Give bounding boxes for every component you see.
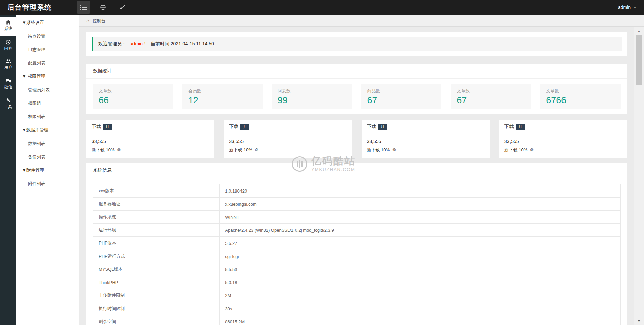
theme-brush-button[interactable]	[116, 1, 129, 14]
top-header: 后台管理系统 admin ▼	[0, 0, 644, 15]
menu-item-site-settings[interactable]: 站点设置	[16, 30, 79, 43]
breadcrumb: ⌂ 控制台	[79, 15, 644, 27]
home-icon	[6, 20, 11, 25]
table-row: 运行环境Apache/2.4.23 (Win32) OpenSSL/1.0.2j…	[93, 224, 621, 237]
statistics-panel: 数据统计 文章数 66 会员数 12 回复数 99 商品数 67	[86, 64, 627, 114]
menu-group-database-management[interactable]: ▼数据库管理	[16, 123, 79, 137]
scrollbar-thumb[interactable]	[636, 35, 642, 85]
menu-item-config-list[interactable]: 配置列表	[16, 56, 79, 70]
menu-item-admin-list[interactable]: 管理员列表	[16, 83, 79, 97]
menu-item-log-management[interactable]: 日志管理	[16, 43, 79, 56]
statistics-title: 数据统计	[86, 64, 627, 79]
new-download-text: 新下载 10%	[367, 147, 390, 152]
rail-item-content[interactable]: 内容	[0, 36, 16, 56]
month-badge: 月	[516, 124, 525, 130]
table-row: 剩余空间86015.2M	[93, 315, 621, 325]
rail-item-wechat[interactable]: 微信	[0, 75, 16, 95]
download-card-row: 下载月 33,555 新下载 10% ☺ 下载月 33,555 新下载 10% …	[86, 120, 627, 158]
stat-card: 文章数 67	[451, 84, 531, 109]
welcome-admin-name: admin！	[130, 41, 147, 46]
table-row: MYSQL版本5.5.53	[93, 263, 621, 276]
content-icon	[6, 40, 11, 45]
sidebar-menu: ▼系统设置 站点设置 日志管理 配置列表 ▼ 权限管理 管理员列表 权限组 权限…	[16, 15, 79, 325]
stat-card-grid: 文章数 66 会员数 12 回复数 99 商品数 67 文章数 67	[86, 79, 627, 114]
menu-item-attachment-list[interactable]: 附件列表	[16, 177, 79, 191]
menu-group-permission-management[interactable]: ▼ 权限管理	[16, 70, 79, 83]
list-menu-icon	[80, 5, 90, 6]
scroll-up-arrow-icon[interactable]: ▲	[634, 29, 644, 33]
download-card: 下载月 33,555 新下载 10% ☺	[86, 120, 214, 158]
new-download-text: 新下载 10%	[229, 147, 252, 152]
caret-down-icon: ▼	[633, 6, 637, 9]
smiley-icon: ☺	[392, 147, 397, 152]
paint-brush-icon	[120, 5, 125, 10]
hammer-tool-icon	[6, 98, 11, 103]
welcome-prefix: 欢迎管理员：	[98, 41, 126, 46]
new-download-text: 新下载 10%	[504, 147, 528, 152]
menu-item-data-list[interactable]: 数据列表	[16, 137, 79, 150]
new-download-text: 新下载 10%	[92, 147, 115, 152]
system-info-title: 系统信息	[86, 163, 627, 178]
system-info-table: xxx版本1.0.180420 服务器地址x.xuebingsi.com 操作系…	[93, 184, 621, 325]
username: admin	[618, 5, 631, 10]
table-row: 执行时间限制30s	[93, 302, 621, 315]
table-row: PHP版本5.6.27	[93, 237, 621, 250]
rail-item-tools[interactable]: 工具	[0, 95, 16, 114]
menu-item-backup-list[interactable]: 备份列表	[16, 150, 79, 164]
vertical-scrollbar[interactable]: ▲ ▼	[634, 27, 644, 325]
download-count: 33,555	[92, 139, 209, 144]
stat-card: 回复数 99	[272, 84, 352, 109]
table-row: ThinkPHP5.0.18	[93, 276, 621, 289]
download-count: 33,555	[504, 139, 622, 144]
table-row: 服务器地址x.xuebingsi.com	[93, 198, 621, 211]
smiley-icon: ☺	[116, 147, 121, 152]
month-badge: 月	[240, 124, 249, 130]
user-menu[interactable]: admin ▼	[618, 0, 637, 15]
month-badge: 月	[103, 124, 112, 130]
download-card: 下载月 33,555 新下载 10% ☺	[362, 120, 490, 158]
menu-group-system-settings[interactable]: ▼系统设置	[16, 16, 79, 30]
home-outline-icon[interactable]: ⌂	[86, 18, 89, 23]
download-card: 下载月 33,555 新下载 10% ☺	[224, 120, 352, 158]
rail-item-users[interactable]: 用户	[0, 56, 16, 75]
table-row: xxx版本1.0.180420	[93, 184, 621, 198]
table-row: 操作系统WINNT	[93, 211, 621, 224]
stat-card: 商品数 67	[361, 84, 441, 109]
main-content: ⌂ 控制台 欢迎管理员： admin！ 当前时间:2021-04-15 11:1…	[79, 15, 644, 325]
globe-button[interactable]	[97, 1, 109, 14]
page-scroll-area: 欢迎管理员： admin！ 当前时间:2021-04-15 11:14:50 数…	[79, 27, 644, 325]
rail-item-system[interactable]: 系统	[0, 17, 16, 36]
welcome-message: 欢迎管理员： admin！ 当前时间:2021-04-15 11:14:50	[92, 37, 622, 51]
app-title: 后台管理系统	[0, 3, 77, 12]
table-row: PHP运行方式cgi-fcgi	[93, 250, 621, 263]
month-badge: 月	[378, 124, 387, 130]
breadcrumb-label[interactable]: 控制台	[93, 18, 106, 23]
sidebar-toggle-button[interactable]	[77, 1, 90, 14]
welcome-time: 当前时间:2021-04-15 11:14:50	[151, 41, 214, 46]
table-row: 上传附件限制2M	[93, 289, 621, 302]
wechat-comments-icon	[6, 78, 11, 83]
icon-rail-sidebar: 系统 内容 用户 微信 工具	[0, 15, 16, 325]
menu-item-permission-list[interactable]: 权限列表	[16, 110, 79, 123]
menu-item-permission-group[interactable]: 权限组	[16, 97, 79, 110]
stat-card: 会员数 12	[182, 84, 263, 109]
users-icon	[6, 59, 11, 64]
download-card: 下载月 33,555 新下载 10% ☺	[499, 120, 627, 158]
globe-icon	[100, 4, 106, 10]
download-count: 33,555	[367, 139, 484, 144]
scroll-down-arrow-icon[interactable]: ▼	[634, 319, 644, 323]
smiley-icon: ☺	[529, 147, 534, 152]
smiley-icon: ☺	[254, 147, 259, 152]
welcome-panel: 欢迎管理员： admin！ 当前时间:2021-04-15 11:14:50	[86, 32, 627, 56]
stat-card: 文章数 6766	[540, 84, 621, 109]
stat-card: 文章数 66	[93, 84, 173, 109]
download-count: 33,555	[229, 139, 346, 144]
menu-group-attachment-management[interactable]: ▼附件管理	[16, 164, 79, 177]
system-info-panel: 系统信息 xxx版本1.0.180420 服务器地址x.xuebingsi.co…	[86, 163, 627, 325]
